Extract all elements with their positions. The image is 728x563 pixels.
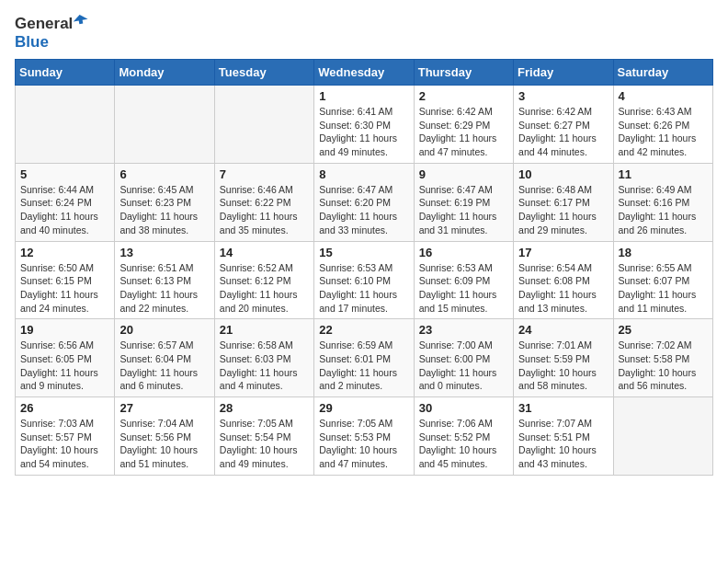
day-number: 14 [220,246,309,259]
weekday-header-sunday: Sunday [16,60,115,86]
day-info: Sunrise: 6:48 AM Sunset: 6:17 PM Dayligh… [518,183,608,237]
day-info: Sunrise: 6:58 AM Sunset: 6:03 PM Dayligh… [220,339,309,393]
day-info: Sunrise: 6:51 AM Sunset: 6:13 PM Dayligh… [119,261,209,316]
day-info: Sunrise: 6:55 AM Sunset: 6:07 PM Dayligh… [619,261,708,316]
day-info: Sunrise: 6:52 AM Sunset: 6:12 PM Dayligh… [220,261,309,316]
day-info: Sunrise: 6:47 AM Sunset: 6:19 PM Dayligh… [419,183,508,237]
day-info: Sunrise: 6:57 AM Sunset: 6:04 PM Dayligh… [119,339,209,393]
calendar-cell: 15Sunrise: 6:53 AM Sunset: 6:10 PM Dayli… [314,241,414,319]
day-number: 30 [419,401,508,415]
calendar-week-row: 1Sunrise: 6:41 AM Sunset: 6:30 PM Daylig… [16,86,713,164]
calendar-cell: 23Sunrise: 7:00 AM Sunset: 6:00 PM Dayli… [414,319,513,397]
day-number: 24 [518,323,608,337]
day-number: 31 [518,401,608,415]
day-info: Sunrise: 6:53 AM Sunset: 6:09 PM Dayligh… [419,261,508,316]
day-number: 21 [220,323,309,337]
day-number: 28 [220,401,309,415]
calendar-cell: 13Sunrise: 6:51 AM Sunset: 6:13 PM Dayli… [115,241,214,319]
logo-general-text: General [15,15,73,33]
day-info: Sunrise: 6:42 AM Sunset: 6:29 PM Dayligh… [419,105,508,159]
calendar-week-row: 5Sunrise: 6:44 AM Sunset: 6:24 PM Daylig… [16,163,713,241]
calendar-cell: 17Sunrise: 6:54 AM Sunset: 6:08 PM Dayli… [514,241,613,319]
calendar-cell: 14Sunrise: 6:52 AM Sunset: 6:12 PM Dayli… [214,241,313,319]
day-number: 22 [319,323,408,337]
day-info: Sunrise: 7:03 AM Sunset: 5:57 PM Dayligh… [20,417,109,471]
calendar-cell [16,86,115,164]
day-info: Sunrise: 6:56 AM Sunset: 6:05 PM Dayligh… [20,339,109,393]
logo: General Blue [15,15,88,52]
calendar-cell: 1Sunrise: 6:41 AM Sunset: 6:30 PM Daylig… [314,86,414,164]
day-number: 23 [419,323,508,337]
day-number: 10 [518,167,608,181]
day-info: Sunrise: 7:01 AM Sunset: 5:59 PM Dayligh… [518,339,608,393]
day-number: 16 [419,246,508,259]
calendar-cell: 27Sunrise: 7:04 AM Sunset: 5:56 PM Dayli… [115,397,214,476]
calendar-cell: 25Sunrise: 7:02 AM Sunset: 5:58 PM Dayli… [613,319,712,397]
day-info: Sunrise: 7:04 AM Sunset: 5:56 PM Dayligh… [119,417,209,471]
calendar-cell: 24Sunrise: 7:01 AM Sunset: 5:59 PM Dayli… [514,319,613,397]
day-info: Sunrise: 7:05 AM Sunset: 5:54 PM Dayligh… [220,417,309,471]
calendar-cell: 10Sunrise: 6:48 AM Sunset: 6:17 PM Dayli… [514,163,613,241]
day-info: Sunrise: 6:44 AM Sunset: 6:24 PM Dayligh… [20,183,109,237]
calendar-cell: 12Sunrise: 6:50 AM Sunset: 6:15 PM Dayli… [16,241,115,319]
calendar-cell: 20Sunrise: 6:57 AM Sunset: 6:04 PM Dayli… [115,319,214,397]
calendar-cell: 28Sunrise: 7:05 AM Sunset: 5:54 PM Dayli… [214,397,313,476]
day-number: 2 [419,89,508,103]
day-number: 5 [20,167,109,181]
weekday-header-tuesday: Tuesday [214,60,313,86]
calendar-cell [214,86,313,164]
day-info: Sunrise: 6:53 AM Sunset: 6:10 PM Dayligh… [319,261,408,316]
day-number: 12 [20,246,109,259]
day-info: Sunrise: 6:41 AM Sunset: 6:30 PM Dayligh… [319,105,408,159]
calendar-cell: 6Sunrise: 6:45 AM Sunset: 6:23 PM Daylig… [115,163,214,241]
weekday-header-friday: Friday [514,60,613,86]
calendar-week-row: 19Sunrise: 6:56 AM Sunset: 6:05 PM Dayli… [16,319,713,397]
day-info: Sunrise: 6:43 AM Sunset: 6:26 PM Dayligh… [619,105,708,159]
calendar-cell: 3Sunrise: 6:42 AM Sunset: 6:27 PM Daylig… [514,86,613,164]
day-number: 20 [119,323,209,337]
calendar-cell: 2Sunrise: 6:42 AM Sunset: 6:29 PM Daylig… [414,86,513,164]
day-number: 3 [518,89,608,103]
calendar-cell: 7Sunrise: 6:46 AM Sunset: 6:22 PM Daylig… [214,163,313,241]
calendar-week-row: 26Sunrise: 7:03 AM Sunset: 5:57 PM Dayli… [16,397,713,476]
day-info: Sunrise: 6:45 AM Sunset: 6:23 PM Dayligh… [119,183,209,237]
day-info: Sunrise: 7:07 AM Sunset: 5:51 PM Dayligh… [518,417,608,471]
day-info: Sunrise: 6:42 AM Sunset: 6:27 PM Dayligh… [518,105,608,159]
calendar-cell [115,86,214,164]
svg-marker-0 [74,15,88,25]
weekday-header-monday: Monday [115,60,214,86]
day-info: Sunrise: 7:02 AM Sunset: 5:58 PM Dayligh… [619,339,708,393]
calendar-cell: 29Sunrise: 7:05 AM Sunset: 5:53 PM Dayli… [314,397,414,476]
day-number: 7 [220,167,309,181]
weekday-header-saturday: Saturday [613,60,712,86]
calendar-cell: 26Sunrise: 7:03 AM Sunset: 5:57 PM Dayli… [16,397,115,476]
calendar-cell: 4Sunrise: 6:43 AM Sunset: 6:26 PM Daylig… [613,86,712,164]
day-info: Sunrise: 6:50 AM Sunset: 6:15 PM Dayligh… [20,261,109,316]
weekday-header-wednesday: Wednesday [314,60,414,86]
day-number: 18 [619,246,708,259]
day-number: 27 [119,401,209,415]
page-header: General Blue [15,15,713,52]
calendar-week-row: 12Sunrise: 6:50 AM Sunset: 6:15 PM Dayli… [16,241,713,319]
day-number: 9 [419,167,508,181]
day-info: Sunrise: 7:06 AM Sunset: 5:52 PM Dayligh… [419,417,508,471]
calendar-cell: 18Sunrise: 6:55 AM Sunset: 6:07 PM Dayli… [613,241,712,319]
calendar-cell: 31Sunrise: 7:07 AM Sunset: 5:51 PM Dayli… [514,397,613,476]
day-info: Sunrise: 6:59 AM Sunset: 6:01 PM Dayligh… [319,339,408,393]
day-number: 8 [319,167,408,181]
calendar-cell: 9Sunrise: 6:47 AM Sunset: 6:19 PM Daylig… [414,163,513,241]
day-info: Sunrise: 7:05 AM Sunset: 5:53 PM Dayligh… [319,417,408,471]
calendar-cell: 8Sunrise: 6:47 AM Sunset: 6:20 PM Daylig… [314,163,414,241]
day-info: Sunrise: 6:54 AM Sunset: 6:08 PM Dayligh… [518,261,608,316]
calendar-cell [613,397,712,476]
logo-bird-icon [74,15,88,29]
day-info: Sunrise: 6:46 AM Sunset: 6:22 PM Dayligh… [220,183,309,237]
day-info: Sunrise: 6:49 AM Sunset: 6:16 PM Dayligh… [619,183,708,237]
calendar-cell: 30Sunrise: 7:06 AM Sunset: 5:52 PM Dayli… [414,397,513,476]
calendar-table: SundayMondayTuesdayWednesdayThursdayFrid… [15,59,713,476]
day-number: 25 [619,323,708,337]
day-number: 19 [20,323,109,337]
day-number: 6 [119,167,209,181]
calendar-cell: 19Sunrise: 6:56 AM Sunset: 6:05 PM Dayli… [16,319,115,397]
calendar-cell: 5Sunrise: 6:44 AM Sunset: 6:24 PM Daylig… [16,163,115,241]
